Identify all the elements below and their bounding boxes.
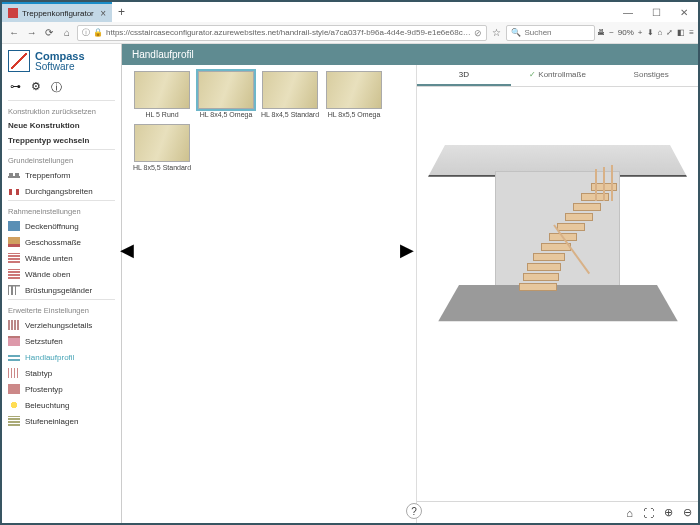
sidebar: CompassSoftware ⊶ ⚙ ⓘ Konstruktion zurüc… xyxy=(2,44,122,523)
riser-icon xyxy=(8,336,20,346)
sidebar-item-verziehungsdetails[interactable]: Verziehungsdetails xyxy=(2,317,121,333)
thumb-hl-8x55-omega[interactable]: HL 8x5,5 Omega xyxy=(324,71,384,118)
login-icon[interactable]: ⊶ xyxy=(10,80,21,95)
zoom-plus-button[interactable]: + xyxy=(638,28,643,37)
sidebar-item-label: Treppenform xyxy=(25,171,71,180)
section-rahmen: Rahmeneinstellungen xyxy=(2,202,121,218)
inlay-icon xyxy=(8,416,20,426)
prev-step-arrow[interactable]: ◀ xyxy=(120,239,134,261)
thumb-label: HL 5 Rund xyxy=(145,111,178,118)
tab-3d[interactable]: 3D xyxy=(417,65,511,86)
sidebar-item-label: Neue Konstruktion xyxy=(8,121,80,130)
thumb-hl-8x45-omega[interactable]: HL 8x4,5 Omega xyxy=(196,71,256,118)
logo-text: CompassSoftware xyxy=(35,51,85,72)
window-maximize-button[interactable]: ☐ xyxy=(642,7,670,18)
search-icon: 🔍 xyxy=(511,28,521,37)
info-icon[interactable]: ⓘ xyxy=(51,80,62,95)
tab-close-icon[interactable]: × xyxy=(100,8,106,19)
window-minimize-button[interactable]: — xyxy=(614,7,642,18)
browser-titlebar: Treppenkonfigurator × + — ☐ ✕ xyxy=(2,2,698,22)
wreath-icon xyxy=(8,320,20,330)
sidebar-item-pfostentyp[interactable]: Pfostentyp xyxy=(2,381,121,397)
profile-preview-icon xyxy=(134,71,190,109)
browser-tab[interactable]: Treppenkonfigurator × xyxy=(2,2,112,22)
width-icon xyxy=(8,186,20,196)
sidebar-item-label: Beleuchtung xyxy=(25,401,69,410)
view-zoom-in-button[interactable]: ⊕ xyxy=(664,506,673,519)
sidebar-item-label: Deckenöffnung xyxy=(25,222,79,231)
sidebar-item-label: Pfostentyp xyxy=(25,385,63,394)
section-erweitert: Erweiterte Einstellungen xyxy=(2,301,121,317)
view-fullscreen-button[interactable]: ⛶ xyxy=(643,507,654,519)
search-input[interactable] xyxy=(524,28,590,37)
new-tab-button[interactable]: + xyxy=(112,5,131,19)
help-button[interactable]: ? xyxy=(406,503,422,519)
tab-sonstiges[interactable]: Sonstiges xyxy=(604,65,698,86)
sidebar-item-label: Brüstungsgeländer xyxy=(25,286,92,295)
sidebar-item-label: Stabtyp xyxy=(25,369,52,378)
sidebar-item-neue-konstruktion[interactable]: Neue Konstruktion xyxy=(2,118,121,133)
sidebar-item-stabtyp[interactable]: Stabtyp xyxy=(2,365,121,381)
profile-thumbnails: HL 5 Rund HL 8x4,5 Omega HL 8x4,5 Standa… xyxy=(122,65,416,523)
sidebar-toggle-icon[interactable]: ◧ xyxy=(677,28,685,37)
sidebar-item-treppentyp-wechseln[interactable]: Treppentyp wechseln xyxy=(2,133,121,148)
logo-mark-icon xyxy=(8,50,30,72)
tab-favicon xyxy=(8,8,18,18)
sidebar-item-beleuchtung[interactable]: Beleuchtung xyxy=(2,397,121,413)
settings-icon[interactable]: ⚙ xyxy=(31,80,41,95)
sidebar-item-label: Durchgangsbreiten xyxy=(25,187,93,196)
nav-reload-button[interactable]: ⟳ xyxy=(42,27,58,38)
fullscreen-icon[interactable]: ⤢ xyxy=(666,28,673,37)
section-reset: Konstruktion zurücksetzen xyxy=(2,102,121,118)
staircase-render-icon xyxy=(445,145,670,435)
sidebar-item-stufeneinlagen[interactable]: Stufeneinlagen xyxy=(2,413,121,429)
sidebar-item-handlaufprofil[interactable]: Handlaufprofil xyxy=(2,349,121,365)
clear-url-icon[interactable]: ⊘ xyxy=(474,28,482,38)
zoom-minus-button[interactable]: − xyxy=(609,28,614,37)
print-icon[interactable]: 🖶 xyxy=(597,28,605,37)
sidebar-item-setzstufen[interactable]: Setzstufen xyxy=(2,333,121,349)
nav-back-button[interactable]: ← xyxy=(6,27,22,38)
profile-preview-icon xyxy=(134,124,190,162)
zoom-level: 90% xyxy=(618,28,634,37)
sidebar-item-label: Verziehungsdetails xyxy=(25,321,92,330)
tab-kontrollmasse[interactable]: ✓ Kontrollmaße xyxy=(511,65,605,86)
home-toolbar-icon[interactable]: ⌂ xyxy=(658,28,663,37)
sidebar-item-treppenform[interactable]: Treppenform xyxy=(2,167,121,183)
thumb-label: HL 8x5,5 Standard xyxy=(133,164,191,171)
preview-panel: 3D ✓ Kontrollmaße Sonstiges xyxy=(416,65,698,523)
url-bar[interactable]: ⓘ 🔒 https://csstaircaseconfigurator.azur… xyxy=(77,25,487,41)
thumb-hl-5-rund[interactable]: HL 5 Rund xyxy=(132,71,192,118)
nav-forward-button[interactable]: → xyxy=(24,27,40,38)
sidebar-item-label: Geschossmaße xyxy=(25,238,81,247)
handrail-icon xyxy=(8,352,20,362)
next-step-arrow[interactable]: ▶ xyxy=(400,239,414,261)
sidebar-item-waende-oben[interactable]: Wände oben xyxy=(2,266,121,282)
content-header: Handlaufprofil xyxy=(122,44,698,65)
sidebar-item-durchgangsbreiten[interactable]: Durchgangsbreiten xyxy=(2,183,121,199)
3d-preview-viewport[interactable] xyxy=(417,87,698,501)
info-icon: ⓘ xyxy=(82,27,90,38)
nav-home-button[interactable]: ⌂ xyxy=(59,27,75,38)
thumb-hl-8x45-standard[interactable]: HL 8x4,5 Standard xyxy=(260,71,320,118)
ceiling-opening-icon xyxy=(8,221,20,231)
profile-preview-icon xyxy=(326,71,382,109)
sidebar-item-bruestungsgelaender[interactable]: Brüstungsgeländer xyxy=(2,282,121,298)
thumb-label: HL 8x4,5 Standard xyxy=(261,111,319,118)
thumb-label: HL 8x4,5 Omega xyxy=(200,111,253,118)
sidebar-item-label: Wände unten xyxy=(25,254,73,263)
walls-lower-icon xyxy=(8,253,20,263)
sidebar-item-geschossmasse[interactable]: Geschossmaße xyxy=(2,234,121,250)
menu-icon[interactable]: ≡ xyxy=(689,28,694,37)
view-home-button[interactable]: ⌂ xyxy=(626,507,633,519)
thumb-hl-8x55-standard[interactable]: HL 8x5,5 Standard xyxy=(132,124,192,171)
view-zoom-out-button[interactable]: ⊖ xyxy=(683,506,692,519)
sidebar-item-deckenoeffnung[interactable]: Deckenöffnung xyxy=(2,218,121,234)
profile-preview-icon xyxy=(262,71,318,109)
sidebar-item-waende-unten[interactable]: Wände unten xyxy=(2,250,121,266)
reader-icon[interactable]: ☆ xyxy=(489,27,505,38)
search-bar[interactable]: 🔍 xyxy=(506,25,595,41)
download-icon[interactable]: ⬇ xyxy=(647,28,654,37)
floor-dims-icon xyxy=(8,237,20,247)
window-close-button[interactable]: ✕ xyxy=(670,7,698,18)
